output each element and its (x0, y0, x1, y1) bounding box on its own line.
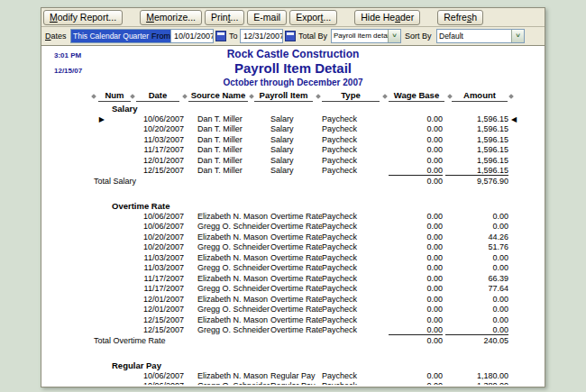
report-row[interactable]: 12/15/2007Dan T. MillerSalaryPaycheck0.0… (41, 166, 545, 177)
report-row[interactable]: 11/03/2007Gregg O. SchneiderOvertime Rat… (41, 263, 545, 274)
selected-row-marker-left (41, 325, 106, 336)
cell-wage-base: 0.00 (389, 135, 443, 146)
total-by-label: Total By (298, 32, 327, 41)
cell-date: 12/01/2007 (132, 295, 184, 305)
cell-num (106, 325, 132, 336)
cell-wage-base: 0.00 (389, 145, 443, 156)
email-button[interactable]: E-mail (247, 10, 287, 25)
column-header-date[interactable]: Date (136, 90, 179, 102)
selected-row-marker-left (41, 305, 106, 315)
selected-row-marker-left (41, 135, 106, 146)
print-button[interactable]: Print... (205, 10, 244, 25)
modify-report-button[interactable]: Modify Report... (43, 10, 123, 25)
column-resize-diamond-icon[interactable] (382, 94, 388, 99)
report-row[interactable]: 10/20/2007Dan T. MillerSalaryPaycheck0.0… (41, 124, 545, 135)
report-row[interactable]: 11/03/2007Dan T. MillerSalaryPaycheck0.0… (41, 135, 545, 146)
column-resize-diamond-icon[interactable] (182, 94, 188, 99)
cell-amount: 0.00 (445, 263, 508, 274)
cell-source-name: Elizabeth N. Mason (184, 315, 270, 326)
from-date-field[interactable]: 10/01/2007 (170, 29, 214, 43)
total-by-dropdown[interactable]: Payroll item detail ˅ (331, 29, 401, 43)
report-row[interactable]: 12/15/2007Elizabeth N. MasonOvertime Rat… (41, 315, 545, 326)
cell-amount: 44.26 (445, 232, 508, 243)
report-row[interactable]: 12/01/2007Gregg O. SchneiderOvertime Rat… (41, 305, 545, 315)
report-row[interactable]: 10/20/2007Elizabeth N. MasonOvertime Rat… (41, 232, 545, 243)
cell-num (106, 263, 132, 274)
report-row[interactable]: ▶10/06/2007Dan T. MillerSalaryPaycheck0.… (41, 114, 545, 125)
cell-num (106, 381, 132, 385)
export-button[interactable]: Export... (289, 10, 337, 25)
cell-wage-base: 0.00 (389, 114, 443, 125)
sort-by-dropdown[interactable]: Default ˅ (436, 29, 525, 43)
sort-by-label: Sort By (405, 32, 432, 41)
column-header-source-name[interactable]: Source Name (188, 90, 248, 102)
report-row[interactable]: 10/06/2007Elizabeth N. MasonOvertime Rat… (41, 212, 545, 223)
memorize-button[interactable]: Memorize... (140, 10, 202, 25)
cell-date: 10/20/2007 (132, 242, 184, 253)
column-header-type[interactable]: Type (322, 90, 380, 102)
cell-amount: 0.00 (445, 212, 508, 223)
cell-type: Paycheck (322, 381, 389, 385)
cell-payroll-item: Overtime Rate (270, 222, 322, 232)
to-date-field[interactable]: 12/31/2007 (240, 29, 283, 43)
column-header-wage-base[interactable]: Wage Base (389, 90, 444, 102)
column-header-amount[interactable]: Amount (452, 90, 508, 102)
chevron-down-icon[interactable]: ˅ (388, 30, 400, 42)
report-row[interactable]: 12/01/2007Dan T. MillerSalaryPaycheck0.0… (41, 156, 545, 167)
selected-row-marker-left (41, 274, 106, 285)
column-header-payroll-item[interactable]: Payroll Item (254, 90, 313, 102)
cell-date: 11/03/2007 (132, 263, 184, 274)
report-row[interactable]: 12/15/2007Gregg O. SchneiderOvertime Rat… (41, 325, 545, 336)
column-resize-diamond-icon[interactable] (249, 94, 254, 99)
cell-type: Paycheck (322, 284, 389, 295)
cell-date: 12/15/2007 (132, 315, 184, 326)
cell-num (106, 166, 132, 177)
total-by-dropdown-value: Payroll item detail (332, 30, 388, 42)
report-row[interactable]: 11/17/2007Gregg O. SchneiderOvertime Rat… (41, 284, 545, 295)
cell-num (106, 295, 132, 305)
selected-row-marker-right (508, 135, 523, 146)
cell-payroll-item: Overtime Rate (270, 242, 322, 253)
report-row[interactable]: 10/20/2007Gregg O. SchneiderOvertime Rat… (41, 242, 545, 253)
selected-row-marker-left (41, 263, 106, 274)
column-header-num[interactable]: Num (98, 90, 131, 102)
cell-type: Paycheck (322, 145, 389, 156)
report-row[interactable]: 11/17/2007Dan T. MillerSalaryPaycheck0.0… (41, 145, 545, 156)
cell-wage-base: 0.00 (389, 295, 443, 305)
report-row[interactable]: 10/06/2007Gregg O. SchneiderOvertime Rat… (41, 222, 545, 232)
cell-amount: 1,596.15 (445, 166, 508, 176)
report-row[interactable]: 11/17/2007Elizabeth N. MasonOvertime Rat… (41, 274, 545, 285)
cell-wage-base: 0.00 (389, 284, 443, 295)
calendar-icon[interactable] (285, 31, 296, 41)
total-wage-base: 0.00 (389, 177, 443, 187)
cell-type: Paycheck (322, 325, 389, 336)
selected-row-marker-right (508, 156, 523, 167)
cell-source-name: Gregg O. Schneider (184, 305, 270, 315)
cell-wage-base: 0.00 (389, 242, 443, 253)
report-row[interactable]: 10/06/2007Elizabeth N. MasonRegular PayP… (41, 371, 545, 382)
hide-header-button[interactable]: Hide Header (354, 10, 420, 25)
column-resize-diamond-icon[interactable] (130, 94, 135, 99)
refresh-button[interactable]: Refresh (437, 10, 483, 25)
cell-amount: 51.76 (445, 242, 508, 253)
cell-source-name: Elizabeth N. Mason (184, 295, 270, 305)
total-row: Total Overtime Rate0.00240.05 (41, 336, 545, 347)
to-label: To (229, 32, 238, 41)
cell-wage-base: 0.00 (389, 305, 443, 315)
selected-row-marker-right: ◀ (508, 114, 523, 125)
column-resize-diamond-icon[interactable] (316, 94, 321, 99)
calendar-icon[interactable] (215, 31, 226, 41)
column-resize-diamond-icon[interactable] (91, 94, 96, 99)
selected-row-marker-right (508, 166, 523, 177)
cell-num (106, 212, 132, 223)
company-name: Rock Castle Construction (41, 48, 545, 60)
column-resize-diamond-icon[interactable] (508, 94, 514, 99)
report-row[interactable]: 12/01/2007Elizabeth N. MasonOvertime Rat… (41, 295, 545, 305)
report-row[interactable]: 11/03/2007Elizabeth N. MasonOvertime Rat… (41, 253, 545, 264)
chevron-down-icon[interactable]: ˅ (511, 30, 524, 42)
cell-num (106, 305, 132, 315)
selected-row-marker-left (41, 295, 106, 305)
report-row[interactable]: 10/06/2007Gregg O. SchneiderRegular PayP… (41, 381, 545, 385)
cell-date: 10/06/2007 (132, 381, 184, 385)
section-label: Salary (41, 104, 545, 114)
